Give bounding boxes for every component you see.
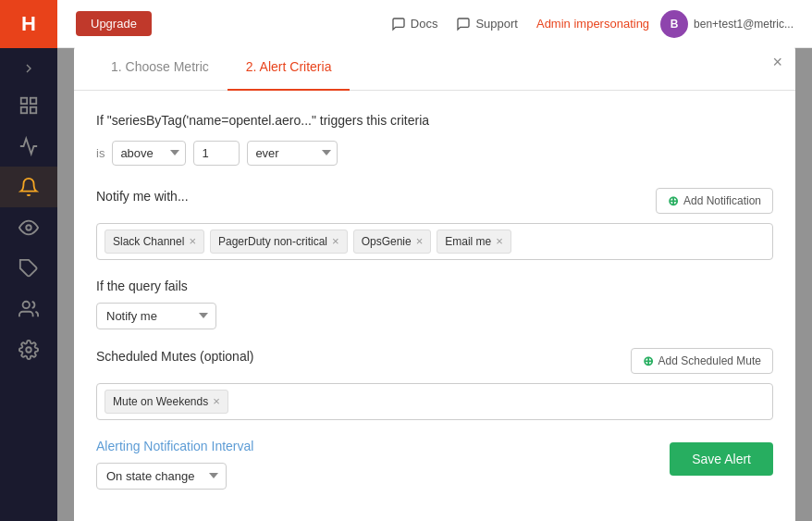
add-notification-button[interactable]: ⊕ Add Notification bbox=[656, 188, 773, 214]
svg-rect-2 bbox=[21, 107, 27, 113]
add-mute-plus-icon: ⊕ bbox=[643, 354, 654, 368]
alerting-interval-title: Alerting Notification Interval bbox=[96, 439, 253, 453]
period-select[interactable]: ever 5 minutes 15 minutes 1 hour bbox=[247, 141, 338, 166]
tag-mute-weekends-remove[interactable]: × bbox=[213, 395, 220, 407]
criteria-is-label: is bbox=[96, 146, 105, 160]
tag-opsgenie: OpsGenie × bbox=[353, 229, 432, 254]
svg-point-4 bbox=[26, 225, 31, 230]
tag-slack-channel-remove[interactable]: × bbox=[189, 235, 196, 247]
docs-link[interactable]: Docs bbox=[391, 17, 438, 31]
tag-slack-channel: Slack Channel × bbox=[105, 229, 204, 254]
tag-opsgenie-remove[interactable]: × bbox=[416, 235, 424, 247]
criteria-title: If "seriesByTag('name=opentel.aero..." t… bbox=[96, 113, 773, 128]
sidebar-collapse-toggle[interactable] bbox=[0, 52, 57, 85]
svg-rect-0 bbox=[21, 98, 27, 104]
admin-impersonating-label: Admin impersonating bbox=[536, 17, 649, 31]
sidebar-item-alerts[interactable] bbox=[0, 167, 57, 207]
alerting-interval-section: Alerting Notification Interval On state … bbox=[96, 439, 253, 508]
tag-email-me-remove[interactable]: × bbox=[496, 235, 503, 247]
docs-label: Docs bbox=[411, 17, 438, 31]
plus-icon: ⊕ bbox=[668, 193, 679, 208]
tag-mute-weekends-label: Mute on Weekends bbox=[113, 395, 208, 408]
svg-point-7 bbox=[26, 347, 31, 353]
sidebar-item-settings[interactable] bbox=[0, 329, 57, 370]
sidebar-item-metrics[interactable] bbox=[0, 126, 57, 167]
query-fails-select-wrap: Notify me Ignore Alert bbox=[96, 303, 216, 329]
topbar: Upgrade Docs Support Admin impersonating… bbox=[57, 0, 812, 48]
notify-header: Notify me with... ⊕ Add Notification bbox=[96, 188, 773, 214]
query-fails-title: If the query fails bbox=[96, 279, 773, 293]
sidebar-item-integrations[interactable] bbox=[0, 248, 57, 289]
sidebar-item-team[interactable] bbox=[0, 289, 57, 329]
tag-pagerduty: PagerDuty non-critical × bbox=[210, 229, 348, 254]
alert-criteria-modal: × 1. Choose Metric 2. Alert Criteria If … bbox=[74, 44, 795, 522]
footer-row: Alerting Notification Interval On state … bbox=[96, 439, 773, 508]
tag-opsgenie-label: OpsGenie bbox=[362, 235, 412, 248]
threshold-input[interactable] bbox=[193, 141, 240, 166]
upgrade-button[interactable]: Upgrade bbox=[76, 11, 152, 36]
tag-email-me-label: Email me bbox=[445, 235, 491, 248]
scheduled-mutes-title: Scheduled Mutes (optional) bbox=[96, 349, 253, 364]
modal-tabs: 1. Choose Metric 2. Alert Criteria bbox=[74, 44, 795, 91]
tag-pagerduty-label: PagerDuty non-critical bbox=[218, 235, 327, 248]
condition-select[interactable]: above below equals bbox=[112, 141, 186, 166]
sidebar-item-dashboard[interactable] bbox=[0, 85, 57, 126]
tab-choose-metric[interactable]: 1. Choose Metric bbox=[92, 44, 228, 91]
svg-point-6 bbox=[23, 302, 30, 308]
user-email: ben+test1@metric... bbox=[694, 18, 794, 31]
tag-slack-channel-label: Slack Channel bbox=[113, 235, 184, 248]
tab-alert-criteria[interactable]: 2. Alert Criteria bbox=[228, 44, 351, 91]
alerting-interval-select-wrap: On state change Every alert Every 5 minu… bbox=[96, 463, 227, 490]
notify-title: Notify me with... bbox=[96, 189, 189, 204]
criteria-row: is above below equals ever 5 minutes 15 … bbox=[96, 141, 773, 166]
sidebar-item-observability[interactable] bbox=[0, 207, 57, 248]
modal-overlay: × 1. Choose Metric 2. Alert Criteria If … bbox=[57, 48, 812, 521]
support-label: Support bbox=[475, 17, 518, 31]
add-scheduled-mute-label: Add Scheduled Mute bbox=[658, 354, 761, 367]
sidebar: H bbox=[0, 0, 57, 521]
tag-pagerduty-remove[interactable]: × bbox=[332, 235, 339, 247]
tag-mute-weekends: Mute on Weekends × bbox=[105, 390, 228, 414]
notification-tags-container[interactable]: Slack Channel × PagerDuty non-critical ×… bbox=[96, 223, 773, 260]
main-area: × 1. Choose Metric 2. Alert Criteria If … bbox=[57, 48, 812, 521]
scheduled-mutes-header: Scheduled Mutes (optional) ⊕ Add Schedul… bbox=[96, 348, 773, 374]
svg-rect-3 bbox=[31, 107, 36, 113]
alerting-interval-select[interactable]: On state change Every alert Every 5 minu… bbox=[96, 463, 227, 490]
query-fails-select[interactable]: Notify me Ignore Alert bbox=[96, 303, 216, 329]
mutes-tags-container[interactable]: Mute on Weekends × bbox=[96, 383, 773, 420]
support-link[interactable]: Support bbox=[456, 17, 518, 31]
svg-rect-1 bbox=[31, 98, 36, 104]
add-scheduled-mute-button[interactable]: ⊕ Add Scheduled Mute bbox=[631, 348, 773, 374]
sidebar-logo[interactable]: H bbox=[0, 0, 57, 48]
modal-close-button[interactable]: × bbox=[772, 54, 782, 70]
save-alert-button[interactable]: Save Alert bbox=[670, 442, 773, 476]
modal-body: If "seriesByTag('name=opentel.aero..." t… bbox=[74, 91, 795, 522]
user-avatar[interactable]: B bbox=[660, 10, 688, 38]
tag-email-me: Email me × bbox=[437, 229, 511, 254]
add-notification-label: Add Notification bbox=[683, 194, 761, 207]
